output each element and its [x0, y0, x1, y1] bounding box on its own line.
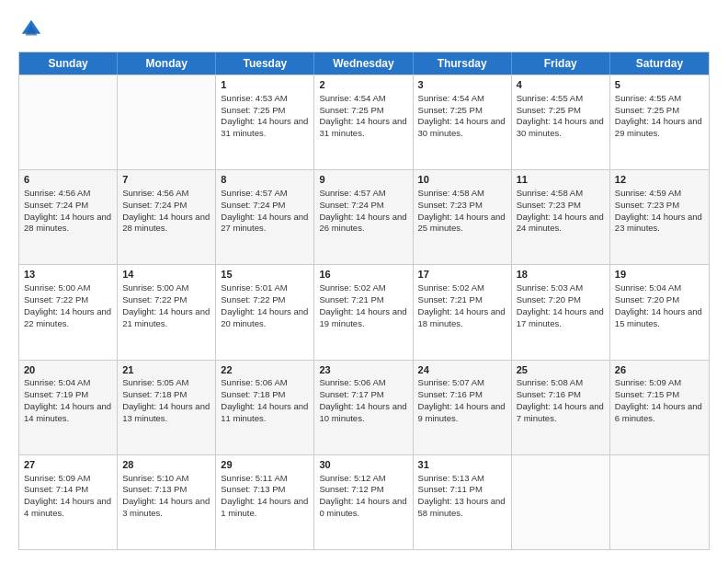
calendar-cell — [19, 75, 118, 169]
calendar-cell: 7Sunrise: 4:56 AMSunset: 7:24 PMDaylight… — [118, 170, 216, 264]
weekday-header: Sunday — [19, 52, 118, 75]
daylight-text: Daylight: 14 hours and 0 minutes. — [319, 496, 406, 518]
day-number: 26 — [615, 363, 704, 377]
calendar-cell — [610, 455, 709, 549]
sunset-text: Sunset: 7:22 PM — [221, 294, 285, 304]
daylight-text: Daylight: 14 hours and 23 minutes. — [615, 212, 702, 234]
daylight-text: Daylight: 14 hours and 17 minutes. — [517, 306, 604, 328]
day-number: 22 — [221, 363, 309, 377]
sunset-text: Sunset: 7:11 PM — [418, 484, 483, 494]
sunset-text: Sunset: 7:21 PM — [418, 294, 483, 304]
sunrise-text: Sunrise: 4:57 AM — [221, 188, 287, 198]
weekday-header: Friday — [512, 52, 610, 75]
sunset-text: Sunset: 7:23 PM — [517, 200, 581, 210]
day-number: 3 — [418, 78, 506, 92]
day-number: 30 — [319, 458, 407, 472]
calendar-cell: 1Sunrise: 4:53 AMSunset: 7:25 PMDaylight… — [216, 75, 314, 169]
sunset-text: Sunset: 7:24 PM — [122, 200, 187, 210]
daylight-text: Daylight: 14 hours and 26 minutes. — [319, 212, 406, 234]
calendar-cell: 4Sunrise: 4:55 AMSunset: 7:25 PMDaylight… — [512, 75, 610, 169]
sunrise-text: Sunrise: 5:06 AM — [319, 377, 385, 387]
sunrise-text: Sunrise: 4:56 AM — [24, 188, 90, 198]
sunrise-text: Sunrise: 4:55 AM — [615, 93, 681, 103]
day-number: 27 — [24, 458, 112, 472]
day-number: 25 — [517, 363, 605, 377]
calendar-cell: 2Sunrise: 4:54 AMSunset: 7:25 PMDaylight… — [314, 75, 413, 169]
calendar-cell: 15Sunrise: 5:01 AMSunset: 7:22 PMDayligh… — [216, 265, 314, 359]
daylight-text: Daylight: 14 hours and 10 minutes. — [319, 401, 406, 423]
sunset-text: Sunset: 7:16 PM — [418, 389, 483, 399]
day-number: 15 — [221, 268, 309, 282]
sunrise-text: Sunrise: 5:09 AM — [24, 473, 90, 483]
day-number: 21 — [122, 363, 210, 377]
day-number: 24 — [418, 363, 506, 377]
calendar-cell: 22Sunrise: 5:06 AMSunset: 7:18 PMDayligh… — [216, 361, 314, 454]
calendar-cell: 16Sunrise: 5:02 AMSunset: 7:21 PMDayligh… — [314, 265, 413, 359]
sunset-text: Sunset: 7:25 PM — [615, 105, 679, 115]
calendar-row: 20Sunrise: 5:04 AMSunset: 7:19 PMDayligh… — [19, 360, 709, 454]
calendar-cell: 13Sunrise: 5:00 AMSunset: 7:22 PMDayligh… — [19, 265, 118, 359]
daylight-text: Daylight: 14 hours and 30 minutes. — [418, 116, 506, 138]
daylight-text: Daylight: 14 hours and 9 minutes. — [418, 401, 506, 423]
day-number: 17 — [418, 268, 506, 282]
sunset-text: Sunset: 7:20 PM — [517, 294, 581, 304]
sunset-text: Sunset: 7:13 PM — [122, 484, 187, 494]
sunrise-text: Sunrise: 5:07 AM — [418, 377, 484, 387]
calendar-cell: 29Sunrise: 5:11 AMSunset: 7:13 PMDayligh… — [216, 455, 314, 549]
calendar-cell: 11Sunrise: 4:58 AMSunset: 7:23 PMDayligh… — [512, 170, 610, 264]
calendar-cell: 18Sunrise: 5:03 AMSunset: 7:20 PMDayligh… — [512, 265, 610, 359]
calendar-cell: 19Sunrise: 5:04 AMSunset: 7:20 PMDayligh… — [610, 265, 709, 359]
calendar-cell: 9Sunrise: 4:57 AMSunset: 7:24 PMDaylight… — [314, 170, 413, 264]
day-number: 14 — [122, 268, 210, 282]
calendar-cell: 25Sunrise: 5:08 AMSunset: 7:16 PMDayligh… — [512, 361, 610, 454]
day-number: 9 — [319, 173, 407, 187]
daylight-text: Daylight: 14 hours and 31 minutes. — [221, 116, 308, 138]
sunset-text: Sunset: 7:14 PM — [24, 484, 88, 494]
weekday-header: Saturday — [610, 52, 709, 75]
sunset-text: Sunset: 7:25 PM — [319, 105, 383, 115]
calendar-cell: 30Sunrise: 5:12 AMSunset: 7:12 PMDayligh… — [314, 455, 413, 549]
calendar-cell: 10Sunrise: 4:58 AMSunset: 7:23 PMDayligh… — [414, 170, 512, 264]
day-number: 31 — [418, 458, 506, 472]
daylight-text: Daylight: 14 hours and 31 minutes. — [319, 116, 406, 138]
sunset-text: Sunset: 7:13 PM — [221, 484, 285, 494]
daylight-text: Daylight: 14 hours and 14 minutes. — [24, 401, 111, 423]
daylight-text: Daylight: 14 hours and 4 minutes. — [24, 496, 111, 518]
sunrise-text: Sunrise: 5:04 AM — [24, 377, 90, 387]
calendar-cell: 28Sunrise: 5:10 AMSunset: 7:13 PMDayligh… — [118, 455, 216, 549]
calendar-cell: 24Sunrise: 5:07 AMSunset: 7:16 PMDayligh… — [414, 361, 512, 454]
sunset-text: Sunset: 7:22 PM — [24, 294, 88, 304]
calendar-row: 6Sunrise: 4:56 AMSunset: 7:24 PMDaylight… — [19, 169, 709, 264]
sunrise-text: Sunrise: 4:54 AM — [319, 93, 385, 103]
day-number: 18 — [517, 268, 605, 282]
calendar-row: 1Sunrise: 4:53 AMSunset: 7:25 PMDaylight… — [19, 75, 709, 169]
sunrise-text: Sunrise: 5:11 AM — [221, 473, 287, 483]
sunrise-text: Sunrise: 4:54 AM — [418, 93, 484, 103]
sunrise-text: Sunrise: 4:56 AM — [122, 188, 188, 198]
sunrise-text: Sunrise: 5:12 AM — [319, 473, 385, 483]
sunset-text: Sunset: 7:23 PM — [615, 200, 679, 210]
sunset-text: Sunset: 7:25 PM — [418, 105, 483, 115]
sunset-text: Sunset: 7:18 PM — [221, 389, 285, 399]
sunrise-text: Sunrise: 4:55 AM — [517, 93, 583, 103]
sunset-text: Sunset: 7:24 PM — [24, 200, 88, 210]
daylight-text: Daylight: 14 hours and 21 minutes. — [122, 306, 210, 328]
sunset-text: Sunset: 7:12 PM — [319, 484, 383, 494]
weekday-header: Monday — [118, 52, 216, 75]
weekday-header: Tuesday — [216, 52, 314, 75]
calendar-cell: 20Sunrise: 5:04 AMSunset: 7:19 PMDayligh… — [19, 361, 118, 454]
sunset-text: Sunset: 7:19 PM — [24, 389, 88, 399]
day-number: 7 — [122, 173, 210, 187]
calendar-cell: 23Sunrise: 5:06 AMSunset: 7:17 PMDayligh… — [314, 361, 413, 454]
calendar-row: 13Sunrise: 5:00 AMSunset: 7:22 PMDayligh… — [19, 264, 709, 359]
daylight-text: Daylight: 14 hours and 7 minutes. — [517, 401, 604, 423]
calendar-cell: 31Sunrise: 5:13 AMSunset: 7:11 PMDayligh… — [414, 455, 512, 549]
day-number: 20 — [24, 363, 112, 377]
daylight-text: Daylight: 14 hours and 28 minutes. — [122, 212, 210, 234]
sunset-text: Sunset: 7:24 PM — [221, 200, 285, 210]
sunrise-text: Sunrise: 5:09 AM — [615, 377, 681, 387]
sunrise-text: Sunrise: 4:58 AM — [517, 188, 583, 198]
daylight-text: Daylight: 14 hours and 22 minutes. — [24, 306, 111, 328]
calendar-cell — [118, 75, 216, 169]
sunrise-text: Sunrise: 5:06 AM — [221, 377, 287, 387]
